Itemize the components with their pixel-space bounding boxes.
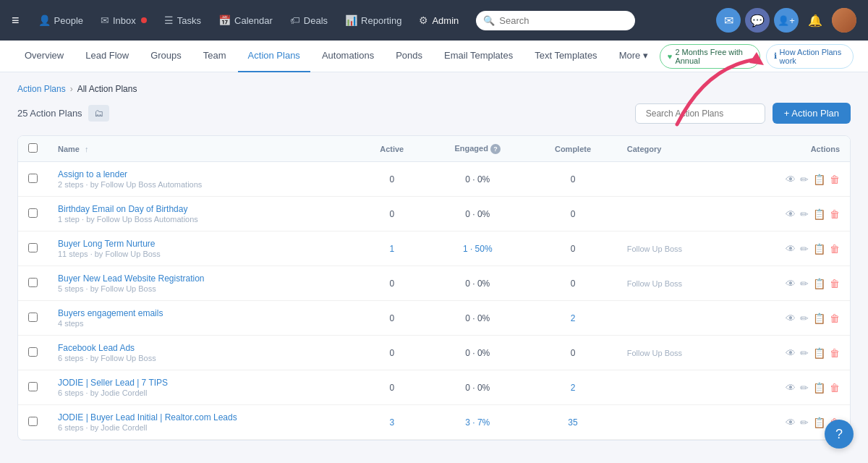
row-checkbox[interactable] — [28, 208, 38, 218]
how-it-works-button[interactable]: ℹ How Action Plans work — [766, 44, 854, 69]
row-checkbox[interactable] — [28, 417, 38, 426]
delete-button[interactable]: 🗑 — [830, 382, 840, 394]
delete-button[interactable]: 🗑 — [830, 208, 840, 220]
copy-button[interactable]: 📋 — [813, 313, 825, 324]
edit-button[interactable]: ✏ — [800, 417, 809, 428]
copy-button[interactable]: 📋 — [813, 174, 825, 185]
view-button[interactable]: 👁 — [786, 208, 796, 220]
edit-button[interactable]: ✏ — [800, 208, 809, 220]
nav-calendar[interactable]: 📅 Calendar — [211, 10, 280, 30]
subnav-email-templates[interactable]: Email Templates — [434, 41, 523, 72]
delete-button[interactable]: 🗑 — [830, 313, 840, 324]
sort-icon[interactable]: ↑ — [85, 145, 89, 153]
subnav-text-templates[interactable]: Text Templates — [524, 41, 607, 72]
complete-count-link[interactable]: 2 — [571, 313, 576, 323]
archive-button[interactable]: 🗂 — [88, 105, 109, 122]
delete-button[interactable]: 🗑 — [830, 347, 840, 359]
plan-name-link[interactable]: Buyer Long Term Nurture — [58, 239, 347, 249]
view-button[interactable]: 👁 — [786, 417, 796, 428]
add-action-plan-button[interactable]: + Action Plan — [773, 103, 851, 124]
col-complete-header: Complete — [555, 145, 591, 153]
reporting-icon: 📊 — [345, 14, 357, 26]
delete-button[interactable]: 🗑 — [830, 278, 840, 289]
view-button[interactable]: 👁 — [786, 174, 796, 185]
subnav-overview[interactable]: Overview — [14, 41, 74, 72]
plan-name-link[interactable]: Buyer New Lead Website Registration — [58, 273, 347, 284]
row-checkbox[interactable] — [28, 313, 38, 322]
copy-button[interactable]: 📋 — [813, 243, 825, 255]
active-count-link[interactable]: 3 — [389, 417, 394, 428]
edit-button[interactable]: ✏ — [800, 174, 809, 185]
notifications-button[interactable]: 🔔 — [803, 8, 827, 33]
nav-people[interactable]: 👤 People — [31, 10, 90, 30]
copy-button[interactable]: 📋 — [813, 278, 825, 289]
actions-cell: 👁 ✏ 📋 🗑 — [744, 174, 840, 185]
row-checkbox[interactable] — [28, 174, 38, 183]
engaged-count-link[interactable]: 3 · 7% — [465, 417, 490, 428]
view-button[interactable]: 👁 — [786, 347, 796, 359]
search-action-plans-input[interactable] — [635, 103, 765, 124]
subnav-lead-flow[interactable]: Lead Flow — [75, 41, 139, 72]
copy-button[interactable]: 📋 — [813, 347, 825, 359]
subnav-automations[interactable]: Automations — [312, 41, 384, 72]
view-button[interactable]: 👁 — [786, 382, 796, 394]
subnav-more[interactable]: More ▾ — [609, 41, 658, 72]
add-contact-button[interactable]: 👤+ — [774, 8, 799, 33]
nav-tasks[interactable]: ☰ Tasks — [157, 10, 208, 30]
edit-button[interactable]: ✏ — [800, 347, 809, 359]
plan-name-link[interactable]: JODIE | Seller Lead | 7 TIPS — [58, 378, 347, 388]
complete-count-link[interactable]: 2 — [571, 383, 576, 393]
nav-inbox[interactable]: ✉ Inbox — [93, 10, 154, 30]
help-float-button[interactable]: ? — [825, 420, 854, 449]
select-all-checkbox[interactable] — [28, 143, 38, 153]
engaged-count-link[interactable]: 1 · 50% — [463, 244, 493, 254]
heart-icon: ♥ — [668, 52, 673, 61]
mail-button[interactable]: ✉ — [716, 8, 741, 33]
breadcrumb-parent[interactable]: Action Plans — [17, 84, 66, 94]
copy-button[interactable]: 📋 — [813, 208, 825, 220]
complete-count-link[interactable]: 35 — [568, 417, 577, 428]
row-checkbox[interactable] — [28, 347, 38, 357]
copy-button[interactable]: 📋 — [813, 382, 825, 394]
subnav-team[interactable]: Team — [193, 41, 237, 72]
brand-logo[interactable]: ≡ — [12, 13, 20, 28]
complete-cell: 0 — [529, 197, 616, 232]
table-row: JODIE | Seller Lead | 7 TIPS 6 steps · b… — [18, 370, 850, 405]
tasks-icon: ☰ — [164, 14, 174, 26]
plan-name-link[interactable]: Birthday Email on Day of Birthday — [58, 204, 347, 214]
edit-button[interactable]: ✏ — [800, 313, 809, 324]
promo-badge[interactable]: ♥ 2 Months Free with Annual — [660, 44, 760, 69]
actions-cell: 👁 ✏ 📋 🗑 — [744, 243, 840, 255]
delete-button[interactable]: 🗑 — [830, 174, 840, 185]
row-checkbox[interactable] — [28, 382, 38, 391]
view-button[interactable]: 👁 — [786, 278, 796, 289]
edit-button[interactable]: ✏ — [800, 382, 809, 394]
subnav-ponds[interactable]: Ponds — [386, 41, 433, 72]
plan-name-link[interactable]: JODIE | Buyer Lead Initial | Realtor.com… — [58, 412, 347, 422]
view-button[interactable]: 👁 — [786, 243, 796, 255]
row-checkbox[interactable] — [28, 243, 38, 252]
plan-name-link[interactable]: Assign to a lender — [58, 169, 347, 179]
plan-name-link[interactable]: Facebook Lead Ads — [58, 343, 347, 353]
row-checkbox[interactable] — [28, 278, 38, 287]
edit-button[interactable]: ✏ — [800, 243, 809, 255]
chat-button[interactable]: 💬 — [745, 8, 770, 33]
search-input[interactable] — [476, 11, 635, 30]
nav-reporting[interactable]: 📊 Reporting — [338, 10, 409, 30]
nav-deals[interactable]: 🏷 Deals — [283, 10, 335, 30]
copy-button[interactable]: 📋 — [813, 417, 825, 428]
col-category-header: Category — [627, 145, 662, 153]
subnav-action-plans[interactable]: Action Plans — [238, 41, 310, 72]
active-count-link[interactable]: 1 — [389, 244, 394, 254]
plan-name-link[interactable]: Buyers engagement emails — [58, 308, 347, 318]
engaged-cell: 3 · 7% — [426, 405, 529, 440]
nav-admin[interactable]: ⚙ Admin — [412, 10, 466, 30]
subnav-groups[interactable]: Groups — [140, 41, 192, 72]
engaged-help-icon[interactable]: ? — [490, 144, 501, 154]
delete-button[interactable]: 🗑 — [830, 243, 840, 255]
inbox-badge — [141, 17, 147, 23]
view-button[interactable]: 👁 — [786, 313, 796, 324]
actions-cell: 👁 ✏ 📋 🗑 — [744, 313, 840, 324]
avatar[interactable] — [832, 8, 856, 33]
edit-button[interactable]: ✏ — [800, 278, 809, 289]
